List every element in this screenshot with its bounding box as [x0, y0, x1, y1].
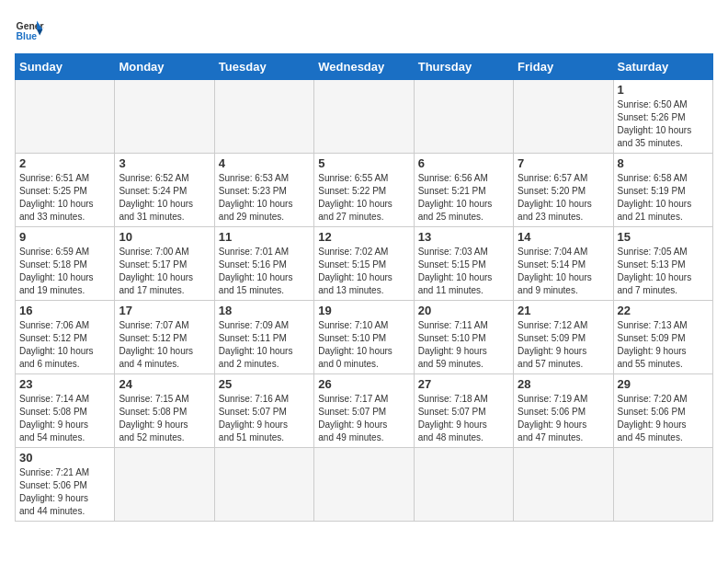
day-number: 12 — [318, 230, 409, 244]
calendar-week-4: 16Sunrise: 7:06 AM Sunset: 5:12 PM Dayli… — [16, 301, 713, 374]
day-number: 13 — [418, 230, 509, 244]
weekday-header-tuesday: Tuesday — [214, 54, 313, 80]
day-info: Sunrise: 7:04 AM Sunset: 5:14 PM Dayligh… — [518, 246, 609, 297]
day-number: 6 — [418, 156, 509, 170]
calendar-cell: 10Sunrise: 7:00 AM Sunset: 5:17 PM Dayli… — [115, 227, 214, 301]
day-number: 11 — [219, 230, 310, 244]
calendar-cell — [613, 448, 712, 522]
day-info: Sunrise: 7:21 AM Sunset: 5:06 PM Dayligh… — [19, 466, 110, 518]
calendar-week-6: 30Sunrise: 7:21 AM Sunset: 5:06 PM Dayli… — [16, 448, 713, 522]
day-info: Sunrise: 6:59 AM Sunset: 5:18 PM Dayligh… — [19, 246, 110, 297]
calendar-cell: 27Sunrise: 7:18 AM Sunset: 5:07 PM Dayli… — [414, 374, 513, 448]
calendar-cell: 19Sunrise: 7:10 AM Sunset: 5:10 PM Dayli… — [314, 301, 414, 374]
calendar-cell — [16, 80, 115, 154]
day-info: Sunrise: 6:51 AM Sunset: 5:25 PM Dayligh… — [19, 172, 110, 224]
day-number: 3 — [119, 156, 210, 170]
day-number: 21 — [518, 304, 609, 317]
calendar-cell: 16Sunrise: 7:06 AM Sunset: 5:12 PM Dayli… — [16, 301, 115, 374]
day-number: 10 — [119, 230, 210, 244]
calendar-cell: 11Sunrise: 7:01 AM Sunset: 5:16 PM Dayli… — [214, 227, 313, 301]
calendar-cell: 3Sunrise: 6:52 AM Sunset: 5:24 PM Daylig… — [115, 154, 214, 227]
day-number: 24 — [119, 377, 210, 391]
day-info: Sunrise: 7:19 AM Sunset: 5:06 PM Dayligh… — [518, 393, 609, 444]
calendar-cell: 13Sunrise: 7:03 AM Sunset: 5:15 PM Dayli… — [414, 227, 513, 301]
weekday-header-sunday: Sunday — [16, 54, 115, 80]
calendar-cell: 20Sunrise: 7:11 AM Sunset: 5:10 PM Dayli… — [414, 301, 513, 374]
calendar-table: SundayMondayTuesdayWednesdayThursdayFrid… — [15, 53, 713, 522]
day-info: Sunrise: 7:11 AM Sunset: 5:10 PM Dayligh… — [418, 319, 509, 371]
day-info: Sunrise: 6:52 AM Sunset: 5:24 PM Dayligh… — [119, 172, 210, 224]
day-number: 2 — [19, 156, 110, 170]
day-info: Sunrise: 7:20 AM Sunset: 5:06 PM Dayligh… — [618, 393, 709, 444]
day-number: 1 — [618, 83, 709, 97]
day-number: 15 — [618, 230, 709, 244]
calendar-cell — [214, 448, 313, 522]
calendar-cell: 28Sunrise: 7:19 AM Sunset: 5:06 PM Dayli… — [514, 374, 613, 448]
calendar-cell: 4Sunrise: 6:53 AM Sunset: 5:23 PM Daylig… — [214, 154, 313, 227]
calendar-week-5: 23Sunrise: 7:14 AM Sunset: 5:08 PM Dayli… — [16, 374, 713, 448]
day-info: Sunrise: 6:50 AM Sunset: 5:26 PM Dayligh… — [618, 98, 709, 150]
logo: General Blue — [15, 15, 44, 44]
calendar-cell: 18Sunrise: 7:09 AM Sunset: 5:11 PM Dayli… — [214, 301, 313, 374]
day-info: Sunrise: 6:56 AM Sunset: 5:21 PM Dayligh… — [418, 172, 509, 224]
day-number: 27 — [418, 377, 509, 391]
svg-text:Blue: Blue — [17, 31, 38, 41]
weekday-header-monday: Monday — [115, 54, 214, 80]
calendar-cell — [414, 80, 513, 154]
calendar-cell: 12Sunrise: 7:02 AM Sunset: 5:15 PM Dayli… — [314, 227, 414, 301]
day-number: 22 — [618, 304, 709, 317]
day-info: Sunrise: 7:16 AM Sunset: 5:07 PM Dayligh… — [219, 393, 310, 444]
day-number: 19 — [318, 304, 409, 317]
calendar-cell — [314, 80, 414, 154]
day-info: Sunrise: 7:10 AM Sunset: 5:10 PM Dayligh… — [318, 319, 409, 371]
calendar-cell — [514, 80, 613, 154]
day-info: Sunrise: 7:02 AM Sunset: 5:15 PM Dayligh… — [318, 246, 409, 297]
calendar-cell — [214, 80, 313, 154]
day-info: Sunrise: 7:13 AM Sunset: 5:09 PM Dayligh… — [618, 319, 709, 371]
calendar-cell: 6Sunrise: 6:56 AM Sunset: 5:21 PM Daylig… — [414, 154, 513, 227]
calendar-cell: 17Sunrise: 7:07 AM Sunset: 5:12 PM Dayli… — [115, 301, 214, 374]
day-number: 30 — [19, 451, 110, 465]
day-number: 23 — [19, 377, 110, 391]
calendar-cell: 26Sunrise: 7:17 AM Sunset: 5:07 PM Dayli… — [314, 374, 414, 448]
calendar-cell — [115, 80, 214, 154]
calendar-cell: 1Sunrise: 6:50 AM Sunset: 5:26 PM Daylig… — [613, 80, 712, 154]
calendar-cell — [314, 448, 414, 522]
day-info: Sunrise: 7:01 AM Sunset: 5:16 PM Dayligh… — [219, 246, 310, 297]
day-info: Sunrise: 6:58 AM Sunset: 5:19 PM Dayligh… — [618, 172, 709, 224]
weekday-header-wednesday: Wednesday — [314, 54, 414, 80]
day-info: Sunrise: 7:17 AM Sunset: 5:07 PM Dayligh… — [318, 393, 409, 444]
day-number: 14 — [518, 230, 609, 244]
day-number: 26 — [318, 377, 409, 391]
day-info: Sunrise: 6:53 AM Sunset: 5:23 PM Dayligh… — [219, 172, 310, 224]
day-number: 18 — [219, 304, 310, 317]
calendar-cell: 22Sunrise: 7:13 AM Sunset: 5:09 PM Dayli… — [613, 301, 712, 374]
day-info: Sunrise: 7:06 AM Sunset: 5:12 PM Dayligh… — [19, 319, 110, 371]
svg-marker-3 — [37, 29, 42, 35]
day-number: 16 — [19, 304, 110, 317]
weekday-header-row: SundayMondayTuesdayWednesdayThursdayFrid… — [16, 54, 713, 80]
calendar-cell: 7Sunrise: 6:57 AM Sunset: 5:20 PM Daylig… — [514, 154, 613, 227]
calendar-cell: 25Sunrise: 7:16 AM Sunset: 5:07 PM Dayli… — [214, 374, 313, 448]
calendar-cell — [414, 448, 513, 522]
calendar-cell: 30Sunrise: 7:21 AM Sunset: 5:06 PM Dayli… — [16, 448, 115, 522]
calendar-cell: 29Sunrise: 7:20 AM Sunset: 5:06 PM Dayli… — [613, 374, 712, 448]
day-info: Sunrise: 7:09 AM Sunset: 5:11 PM Dayligh… — [219, 319, 310, 371]
day-number: 5 — [318, 156, 409, 170]
calendar-cell: 8Sunrise: 6:58 AM Sunset: 5:19 PM Daylig… — [613, 154, 712, 227]
weekday-header-friday: Friday — [514, 54, 613, 80]
day-number: 28 — [518, 377, 609, 391]
day-info: Sunrise: 7:07 AM Sunset: 5:12 PM Dayligh… — [119, 319, 210, 371]
day-number: 29 — [618, 377, 709, 391]
day-info: Sunrise: 7:12 AM Sunset: 5:09 PM Dayligh… — [518, 319, 609, 371]
weekday-header-saturday: Saturday — [613, 54, 712, 80]
day-info: Sunrise: 7:15 AM Sunset: 5:08 PM Dayligh… — [119, 393, 210, 444]
day-number: 25 — [219, 377, 310, 391]
day-number: 7 — [518, 156, 609, 170]
day-number: 20 — [418, 304, 509, 317]
day-info: Sunrise: 7:14 AM Sunset: 5:08 PM Dayligh… — [19, 393, 110, 444]
day-number: 17 — [119, 304, 210, 317]
calendar-cell — [514, 448, 613, 522]
calendar-cell: 21Sunrise: 7:12 AM Sunset: 5:09 PM Dayli… — [514, 301, 613, 374]
day-info: Sunrise: 7:03 AM Sunset: 5:15 PM Dayligh… — [418, 246, 509, 297]
